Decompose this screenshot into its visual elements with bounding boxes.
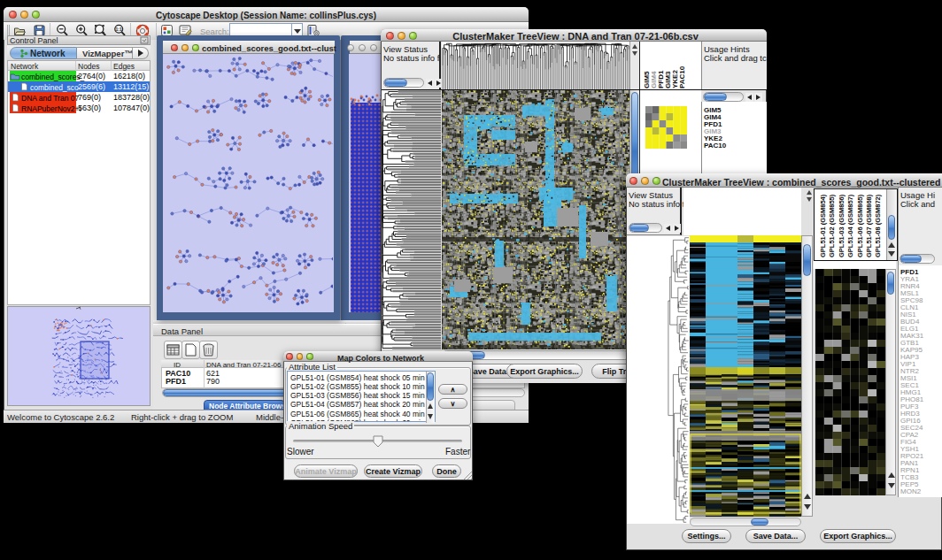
svg-text:1:1: 1:1 [116, 27, 122, 32]
